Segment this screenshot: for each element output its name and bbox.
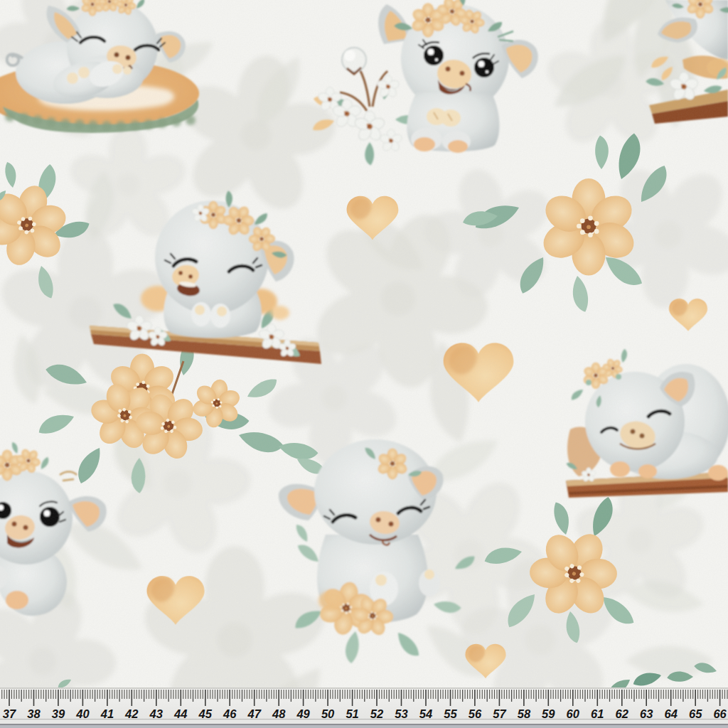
svg-text:39: 39 (52, 707, 65, 720)
svg-text:60: 60 (567, 707, 580, 720)
svg-text:54: 54 (419, 707, 432, 720)
svg-text:41: 41 (100, 707, 114, 720)
svg-text:65: 65 (689, 707, 702, 720)
svg-text:42: 42 (124, 707, 138, 720)
svg-text:57: 57 (493, 707, 506, 720)
svg-text:53: 53 (395, 707, 407, 720)
svg-text:45: 45 (198, 707, 213, 720)
svg-text:64: 64 (665, 707, 678, 720)
svg-text:40: 40 (75, 707, 90, 720)
svg-text:56: 56 (469, 707, 482, 720)
svg-text:62: 62 (616, 707, 628, 720)
svg-text:50: 50 (321, 707, 335, 720)
svg-text:51: 51 (346, 707, 358, 720)
svg-text:59: 59 (542, 707, 555, 720)
svg-text:47: 47 (247, 707, 262, 720)
svg-text:44: 44 (173, 707, 187, 720)
svg-text:43: 43 (149, 707, 163, 720)
svg-text:52: 52 (370, 707, 383, 720)
svg-text:58: 58 (518, 707, 531, 720)
svg-text:66: 66 (713, 707, 727, 720)
svg-text:46: 46 (223, 707, 237, 720)
svg-text:49: 49 (296, 707, 310, 720)
svg-text:48: 48 (272, 707, 286, 720)
svg-text:55: 55 (444, 707, 457, 720)
svg-text:63: 63 (640, 707, 653, 720)
svg-text:38: 38 (27, 707, 41, 720)
svg-text:61: 61 (591, 707, 604, 720)
svg-text:37: 37 (3, 707, 16, 720)
